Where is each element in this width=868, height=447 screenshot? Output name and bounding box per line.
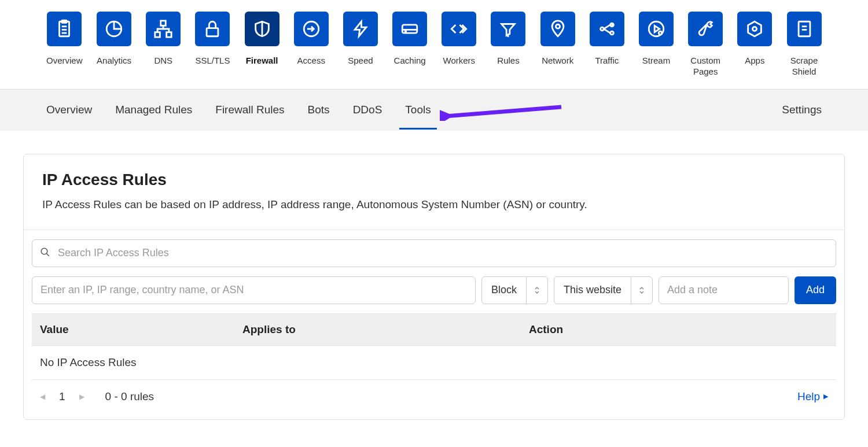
nav-label: Traffic (595, 56, 619, 67)
nav-overview[interactable]: Overview (46, 12, 83, 67)
subnav-bots[interactable]: Bots (308, 91, 330, 129)
nav-label: Access (297, 56, 325, 67)
content-area: IP Access Rules IP Access Rules can be b… (0, 131, 868, 420)
card-title: IP Access Rules (42, 171, 826, 189)
next-page-button[interactable]: ▶ (79, 393, 84, 401)
nav-network[interactable]: Network (540, 12, 575, 67)
page-number: 1 (59, 390, 65, 403)
svg-rect-6 (161, 21, 166, 26)
bolt-icon (343, 12, 378, 46)
nav-scrape-shield[interactable]: Scrape Shield (786, 12, 822, 77)
search-input[interactable] (32, 239, 836, 267)
nav-workers[interactable]: Workers (442, 12, 477, 67)
nav-dns[interactable]: DNS (146, 12, 181, 67)
nav-access[interactable]: Access (293, 12, 329, 67)
nav-label: Stream (642, 56, 670, 67)
card-description: IP Access Rules can be based on IP addre… (42, 198, 826, 211)
nav-custom-pages[interactable]: Custom Pages (688, 12, 723, 77)
svg-point-33 (41, 248, 47, 254)
nav-analytics[interactable]: Analytics (97, 12, 132, 67)
search-icon (40, 247, 50, 260)
nav-traffic[interactable]: Traffic (589, 12, 624, 67)
col-value: Value (40, 323, 242, 336)
subnav-managed-rules[interactable]: Managed Rules (115, 91, 192, 129)
pin-icon (540, 12, 575, 46)
traffic-icon (590, 12, 624, 46)
pager: ◀ 1 ▶ (40, 390, 84, 403)
scope-select[interactable]: This website (554, 276, 653, 304)
chevron-up-down-icon (527, 285, 547, 295)
top-navigation: Overview Analytics DNS SSL/TLS Firewall … (0, 0, 868, 89)
svg-rect-8 (167, 32, 172, 38)
nav-label: Apps (745, 56, 764, 67)
code-icon (442, 12, 476, 46)
prev-page-button[interactable]: ◀ (40, 393, 45, 401)
rules-table: Value Applies to Action No IP Access Rul… (32, 313, 836, 410)
nav-apps[interactable]: Apps (737, 12, 773, 67)
nav-ssl-tls[interactable]: SSL/TLS (195, 12, 230, 67)
nav-label: Speed (348, 56, 373, 67)
lock-icon (195, 12, 230, 46)
col-applies: Applies to (242, 323, 529, 336)
action-select-value: Block (482, 277, 527, 304)
nav-rules[interactable]: Rules (491, 12, 526, 67)
help-label: Help (797, 390, 820, 403)
nav-stream[interactable]: Stream (638, 12, 674, 67)
shield-icon (245, 12, 279, 46)
svg-point-25 (610, 31, 613, 35)
empty-state: No IP Access Rules (32, 346, 836, 380)
col-action: Action (529, 323, 828, 336)
nav-label: DNS (154, 56, 172, 67)
nav-label: Overview (46, 56, 83, 67)
ip-input[interactable] (32, 276, 476, 304)
svg-rect-9 (207, 28, 219, 36)
login-icon (294, 12, 329, 46)
nav-label: Rules (497, 56, 519, 67)
nav-label: Firewall (246, 56, 278, 67)
subnav-settings[interactable]: Settings (782, 104, 822, 116)
svg-point-27 (659, 31, 662, 35)
firewall-subnav: Overview Managed Rules Firewall Rules Bo… (0, 89, 868, 131)
nav-firewall[interactable]: Firewall (244, 12, 279, 67)
clipboard-icon (47, 12, 82, 46)
sitemap-icon (146, 12, 181, 46)
scope-select-value: This website (554, 277, 631, 304)
subnav-ddos[interactable]: DDoS (353, 91, 382, 129)
pager-summary: 0 - 0 rules (105, 390, 154, 403)
hexagon-icon (737, 12, 772, 46)
annotation-arrow-icon (440, 105, 567, 121)
add-button[interactable]: Add (795, 276, 836, 304)
pie-chart-icon (97, 12, 131, 46)
document-icon (787, 12, 822, 46)
nav-label: Analytics (97, 56, 131, 67)
svg-point-28 (753, 27, 757, 31)
chevron-right-icon: ▶ (823, 393, 828, 400)
svg-point-14 (405, 31, 406, 32)
nav-label: Custom Pages (688, 56, 723, 77)
nav-label: Caching (394, 56, 426, 67)
svg-line-34 (46, 253, 49, 256)
chevron-up-down-icon (631, 285, 652, 295)
nav-label: Workers (443, 56, 476, 67)
svg-point-22 (556, 24, 560, 28)
svg-rect-7 (155, 32, 160, 38)
svg-point-23 (600, 27, 604, 31)
nav-caching[interactable]: Caching (392, 12, 428, 67)
nav-label: Network (542, 56, 573, 67)
nav-label: SSL/TLS (195, 56, 230, 67)
ip-access-rules-card: IP Access Rules IP Access Rules can be b… (23, 154, 845, 420)
action-select[interactable]: Block (481, 276, 548, 304)
help-link[interactable]: Help ▶ (797, 390, 828, 403)
nav-label: Scrape Shield (786, 56, 822, 77)
play-circle-icon (639, 12, 674, 46)
wrench-icon (688, 12, 723, 46)
subnav-tools[interactable]: Tools (405, 91, 431, 129)
nav-speed[interactable]: Speed (343, 12, 378, 67)
svg-line-32 (446, 107, 561, 116)
drive-icon (392, 12, 427, 46)
subnav-firewall-rules[interactable]: Firewall Rules (215, 91, 284, 129)
note-input[interactable] (659, 276, 789, 304)
funnel-icon (491, 12, 525, 46)
subnav-overview[interactable]: Overview (46, 91, 92, 129)
